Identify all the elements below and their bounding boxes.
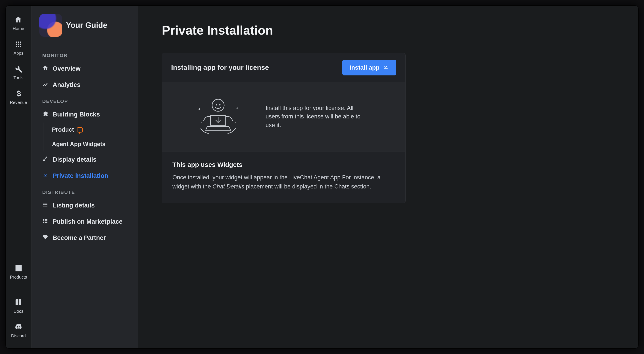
rail-item-products[interactable]: Products bbox=[10, 264, 27, 280]
rail-item-label: Revenue bbox=[10, 100, 27, 105]
section-label-distribute: DISTRIBUTE bbox=[39, 184, 134, 197]
nav-item-listing-details[interactable]: Listing details bbox=[39, 197, 134, 214]
nav-item-label: Listing details bbox=[53, 202, 95, 209]
install-illustration bbox=[188, 95, 248, 138]
nav-item-label: Agent App Widgets bbox=[52, 141, 106, 148]
card-header: Installing app for your license Install … bbox=[162, 53, 406, 82]
svg-rect-1 bbox=[17, 267, 20, 268]
download-icon bbox=[42, 172, 48, 180]
text-part: section. bbox=[350, 183, 371, 190]
nav-item-building-blocks[interactable]: Building Blocks bbox=[39, 106, 134, 122]
rail-item-label: Home bbox=[13, 26, 24, 31]
chats-link[interactable]: Chats bbox=[334, 183, 350, 190]
book-icon bbox=[14, 298, 22, 307]
install-app-button[interactable]: Install app bbox=[342, 60, 396, 75]
section-label-monitor: MONITOR bbox=[39, 47, 134, 61]
rail-item-apps[interactable]: Apps bbox=[14, 40, 24, 56]
rail-item-revenue[interactable]: Revenue bbox=[10, 89, 27, 105]
nav-item-label: Building Blocks bbox=[53, 111, 100, 118]
rail-top-group: Home Apps Tools Revenue bbox=[10, 6, 27, 105]
sidebar: Your Guide MONITOR Overview Analytics DE… bbox=[32, 6, 138, 348]
list-icon bbox=[42, 202, 48, 209]
page-title: Private Installation bbox=[162, 23, 615, 37]
chat-details-emphasis: Chat Details bbox=[212, 183, 244, 190]
chat-bubble-icon bbox=[77, 127, 83, 132]
nav-item-become-partner[interactable]: Become a Partner bbox=[39, 230, 134, 246]
nav-item-label: Publish on Marketplace bbox=[53, 218, 122, 225]
mini-rail: Home Apps Tools Revenue bbox=[6, 6, 32, 348]
svg-point-5 bbox=[219, 104, 220, 105]
card-band-text: Install this app for your license. All u… bbox=[266, 104, 365, 129]
nav-item-publish-marketplace[interactable]: Publish on Marketplace bbox=[39, 214, 134, 230]
rail-item-label: Docs bbox=[14, 309, 24, 314]
rail-bottom-group: Products Docs Discord bbox=[10, 264, 27, 348]
window-icon bbox=[14, 264, 23, 273]
nav-item-label: Display details bbox=[53, 156, 96, 163]
nav-item-analytics[interactable]: Analytics bbox=[39, 77, 134, 93]
brush-icon bbox=[42, 156, 48, 163]
svg-rect-2 bbox=[17, 269, 19, 269]
puzzle-icon bbox=[42, 111, 48, 118]
svg-point-4 bbox=[216, 104, 217, 105]
nav-item-label: Analytics bbox=[53, 81, 80, 88]
wrench-icon bbox=[14, 65, 22, 74]
main-content: Private Installation Installing app for … bbox=[138, 6, 638, 348]
chart-line-icon bbox=[42, 81, 48, 89]
nav-item-private-installation[interactable]: Private installation bbox=[39, 168, 134, 184]
rail-item-discord[interactable]: Discord bbox=[11, 323, 26, 338]
svg-point-7 bbox=[235, 122, 236, 122]
rail-item-label: Discord bbox=[11, 333, 26, 338]
download-icon bbox=[382, 64, 389, 72]
rail-item-docs[interactable]: Docs bbox=[14, 298, 24, 314]
svg-point-6 bbox=[201, 122, 202, 122]
app-shell: Home Apps Tools Revenue bbox=[6, 6, 638, 348]
discord-icon bbox=[14, 323, 22, 332]
guide-logo bbox=[39, 14, 62, 37]
grid-icon bbox=[14, 40, 23, 50]
card-body: This app uses Widgets Once installed, yo… bbox=[162, 151, 406, 203]
svg-point-3 bbox=[212, 99, 224, 111]
rail-item-tools[interactable]: Tools bbox=[14, 65, 24, 80]
dollar-icon bbox=[14, 89, 23, 99]
section-label-develop: DEVELOP bbox=[39, 93, 134, 106]
card-header-title: Installing app for your license bbox=[171, 64, 269, 72]
nav-item-overview[interactable]: Overview bbox=[39, 61, 134, 77]
svg-rect-0 bbox=[16, 265, 21, 271]
nav-subitem-agent-widgets[interactable]: Agent App Widgets bbox=[44, 137, 134, 151]
guide-title: Your Guide bbox=[66, 21, 107, 30]
rail-item-label: Apps bbox=[14, 51, 24, 56]
widgets-section-paragraph: Once installed, your widget will appear … bbox=[172, 173, 395, 191]
nav-item-label: Become a Partner bbox=[53, 234, 106, 241]
widgets-section-title: This app uses Widgets bbox=[172, 161, 395, 168]
install-card: Installing app for your license Install … bbox=[162, 53, 406, 203]
nav-subitem-product[interactable]: Product bbox=[44, 122, 134, 137]
install-app-button-label: Install app bbox=[350, 64, 380, 71]
rail-divider bbox=[12, 289, 24, 289]
apps-icon bbox=[42, 218, 48, 225]
guide-header: Your Guide bbox=[39, 14, 134, 47]
nav-item-display-details[interactable]: Display details bbox=[39, 151, 134, 168]
nav-item-label: Overview bbox=[53, 65, 80, 72]
nav-item-label: Product bbox=[52, 126, 74, 133]
card-band: Install this app for your license. All u… bbox=[162, 82, 406, 151]
house-icon bbox=[42, 65, 48, 72]
rail-item-label: Products bbox=[10, 275, 27, 280]
nav-item-label: Private installation bbox=[53, 172, 108, 179]
rail-item-label: Tools bbox=[14, 75, 24, 80]
rail-item-home[interactable]: Home bbox=[13, 16, 24, 31]
home-icon bbox=[14, 16, 22, 25]
text-part: placement will be displayed in the bbox=[244, 183, 334, 190]
diamond-icon bbox=[42, 234, 48, 242]
